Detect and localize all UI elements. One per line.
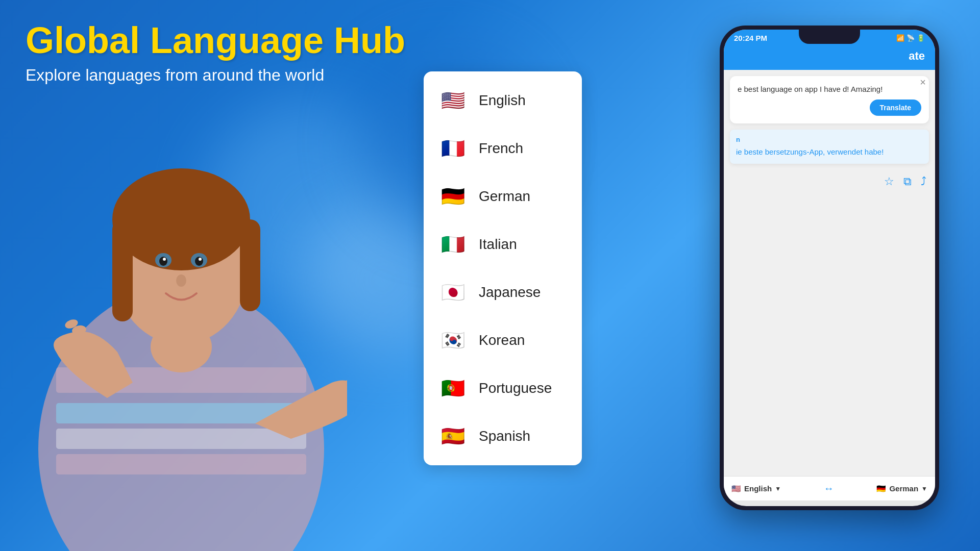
status-icons: 📶 📡 🔋 — [896, 34, 925, 42]
share-icon[interactable]: ⤴ — [921, 175, 926, 188]
language-item-german[interactable]: 🇩🇪German — [424, 172, 582, 220]
lang-name-french: French — [479, 140, 523, 157]
svg-point-15 — [199, 258, 202, 261]
language-item-korean[interactable]: 🇰🇷Korean — [424, 316, 582, 364]
flag-english: 🇺🇸 — [438, 86, 468, 115]
lang-name-korean: Korean — [479, 332, 525, 348]
translate-button[interactable]: Translate — [870, 99, 921, 116]
flag-spanish: 🇪🇸 — [438, 421, 468, 451]
svg-point-12 — [159, 257, 167, 266]
source-dropdown-icon: ▼ — [775, 485, 781, 492]
phone-screen: 20:24 PM 📶 📡 🔋 ate × — [724, 30, 935, 506]
svg-rect-8 — [112, 219, 133, 321]
phone-frame: 20:24 PM 📶 📡 🔋 ate × — [720, 26, 939, 510]
header-section: Global Language Hub Explore languages fr… — [26, 20, 405, 85]
lang-name-japanese: Japanese — [479, 284, 541, 300]
svg-point-14 — [163, 258, 166, 261]
flag-italian: 🇮🇹 — [438, 230, 468, 259]
language-item-english[interactable]: 🇺🇸English — [424, 77, 582, 124]
lang-name-english: English — [479, 92, 526, 109]
flag-japanese: 🇯🇵 — [438, 278, 468, 307]
flag-korean: 🇰🇷 — [438, 325, 468, 355]
subtitle: Explore languages from around the world — [26, 66, 405, 85]
svg-rect-9 — [240, 219, 260, 311]
language-item-spanish[interactable]: 🇪🇸Spanish — [424, 412, 582, 460]
translated-label: n — [736, 136, 923, 143]
source-lang-label: English — [744, 484, 772, 493]
svg-rect-3 — [56, 429, 306, 449]
review-card-original: e best language on app I have d! Amazing… — [730, 76, 929, 123]
language-item-italian[interactable]: 🇮🇹Italian — [424, 220, 582, 268]
phone-mockup: 20:24 PM 📶 📡 🔋 ate × — [720, 26, 939, 510]
language-item-french[interactable]: 🇫🇷French — [424, 124, 582, 172]
review-card-translated: n ie beste bersetzungs-App, verwendet ha… — [730, 130, 929, 164]
svg-point-7 — [112, 168, 250, 270]
person-image — [15, 92, 347, 551]
flag-german: 🇩🇪 — [438, 182, 468, 211]
action-icons-row: ☆ ⧉ ⤴ — [730, 170, 929, 193]
target-language-selector[interactable]: 🇩🇪 German ▼ — [876, 484, 927, 493]
target-lang-label: German — [889, 484, 918, 493]
source-flag: 🇺🇸 — [731, 484, 741, 493]
app-title-partial: ate — [909, 49, 925, 62]
review-text-translated: ie beste bersetzungs-App, verwendet habe… — [736, 146, 923, 158]
svg-rect-4 — [56, 454, 306, 474]
lang-name-portuguese: Portuguese — [479, 380, 552, 396]
language-selector-bar: 🇺🇸 English ▼ ↔ 🇩🇪 German ▼ — [724, 476, 935, 500]
signal-icon: 📶 — [896, 34, 904, 42]
swap-languages-button[interactable]: ↔ — [824, 483, 834, 494]
source-language-selector[interactable]: 🇺🇸 English ▼ — [731, 484, 781, 493]
flag-portuguese: 🇵🇹 — [438, 373, 468, 403]
close-button[interactable]: × — [916, 75, 930, 89]
target-dropdown-icon: ▼ — [921, 485, 927, 492]
battery-icon: 🔋 — [917, 34, 925, 42]
app-header: ate — [724, 44, 935, 70]
copy-icon[interactable]: ⧉ — [903, 175, 912, 188]
main-title: Global Language Hub — [26, 20, 405, 61]
lang-name-spanish: Spanish — [479, 428, 530, 444]
language-panel: 🇺🇸English🇫🇷French🇩🇪German🇮🇹Italian🇯🇵Japa… — [424, 71, 582, 465]
status-time: 20:24 PM — [734, 34, 767, 42]
phone-body: × e best language on app I have d! Amazi… — [724, 70, 935, 500]
language-item-japanese[interactable]: 🇯🇵Japanese — [424, 268, 582, 316]
review-text-original: e best language on app I have d! Amazing… — [738, 84, 921, 95]
svg-point-13 — [195, 257, 203, 266]
wifi-icon: 📡 — [906, 34, 915, 42]
svg-point-16 — [176, 274, 186, 287]
language-item-portuguese[interactable]: 🇵🇹Portuguese — [424, 364, 582, 412]
lang-name-german: German — [479, 188, 530, 205]
star-icon[interactable]: ☆ — [884, 175, 894, 188]
flag-french: 🇫🇷 — [438, 134, 468, 163]
phone-notch — [799, 30, 860, 44]
target-flag: 🇩🇪 — [876, 484, 886, 493]
lang-name-italian: Italian — [479, 236, 517, 253]
